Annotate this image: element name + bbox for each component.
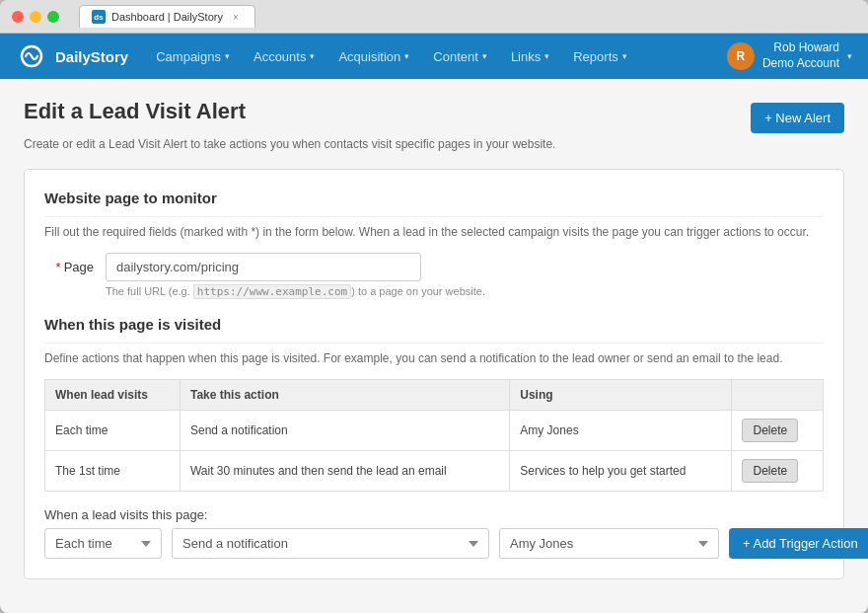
close-button[interactable] <box>12 11 24 23</box>
row1-when: Each time <box>45 411 181 451</box>
tab-bar: ds Dashboard | DailyStory × <box>79 5 255 28</box>
nav-items: Campaigns ▾ Accounts ▾ Acquisition ▾ Con… <box>144 34 727 79</box>
section-visited-desc: Define actions that happen when this pag… <box>44 351 824 365</box>
page-header: Edit a Lead Visit Alert + New Alert <box>24 99 844 133</box>
col-action: Take this action <box>180 380 509 411</box>
trigger-when-select[interactable]: Each time The 1st time Every 5 times <box>44 528 162 559</box>
section-monitor-title: Website page to monitor <box>44 190 824 217</box>
nav-label-acquisition: Acquisition <box>338 49 400 64</box>
nav-label-content: Content <box>433 49 478 64</box>
required-star: * <box>56 260 61 274</box>
row2-when: The 1st time <box>45 451 181 492</box>
page-url-input[interactable] <box>106 253 421 281</box>
row2-action: Wait 30 minutes and then send the lead a… <box>180 451 509 492</box>
nav-label-reports: Reports <box>573 49 618 64</box>
table-header-row: When lead visits Take this action Using <box>45 380 824 411</box>
traffic-lights <box>12 11 59 23</box>
chevron-down-icon: ▾ <box>310 51 315 61</box>
browser-tab[interactable]: ds Dashboard | DailyStory × <box>79 5 255 28</box>
nav-item-content[interactable]: Content ▾ <box>421 34 499 79</box>
row1-action: Send a notification <box>180 411 509 451</box>
row2-delete-button[interactable]: Delete <box>742 459 798 483</box>
row1-delete-button[interactable]: Delete <box>742 419 798 442</box>
tab-close-button[interactable]: × <box>229 10 243 24</box>
nav-logo[interactable]: DailyStory <box>16 40 128 72</box>
add-trigger-label: When a lead visits this page: <box>44 507 824 522</box>
page-subtitle: Create or edit a Lead Visit Alert to tak… <box>24 137 844 151</box>
logo-icon <box>16 40 47 72</box>
hint-code: https://www.example.com <box>193 284 351 299</box>
col-when: When lead visits <box>45 380 181 411</box>
nav-item-campaigns[interactable]: Campaigns ▾ <box>144 34 242 79</box>
section-monitor: Website page to monitor Fill out the req… <box>44 190 824 298</box>
chevron-down-icon: ▾ <box>404 51 409 61</box>
app-window: ds Dashboard | DailyStory × DailyStory C… <box>0 0 868 613</box>
titlebar: ds Dashboard | DailyStory × <box>0 0 868 34</box>
add-trigger-button[interactable]: + Add Trigger Action <box>729 528 868 559</box>
tab-title: Dashboard | DailyStory <box>111 11 223 23</box>
user-chevron-icon: ▾ <box>847 51 852 61</box>
page-url-hint: The full URL (e.g. https://www.example.c… <box>106 285 824 298</box>
new-alert-button[interactable]: + New Alert <box>751 103 844 133</box>
tab-favicon: ds <box>92 10 106 24</box>
table-row: The 1st time Wait 30 minutes and then se… <box>45 451 824 492</box>
nav-item-acquisition[interactable]: Acquisition ▾ <box>326 34 421 79</box>
section-visited: When this page is visited Define actions… <box>44 316 824 559</box>
col-using: Using <box>510 380 732 411</box>
row1-delete-cell: Delete <box>732 411 824 451</box>
row2-delete-cell: Delete <box>732 451 824 492</box>
nav-label-links: Links <box>511 49 541 64</box>
page-form-row: *Page <box>44 253 824 281</box>
chevron-down-icon: ▾ <box>482 51 487 61</box>
nav-logo-text: DailyStory <box>55 48 128 65</box>
section-monitor-desc: Fill out the required fields (marked wit… <box>44 225 824 239</box>
page-content: Edit a Lead Visit Alert + New Alert Crea… <box>0 79 868 603</box>
chevron-down-icon: ▾ <box>544 51 549 61</box>
row1-using: Amy Jones <box>510 411 732 451</box>
navbar: DailyStory Campaigns ▾ Accounts ▾ Acquis… <box>0 34 868 79</box>
nav-label-accounts: Accounts <box>253 49 306 64</box>
nav-label-campaigns: Campaigns <box>156 49 221 64</box>
maximize-button[interactable] <box>47 11 59 23</box>
nav-user[interactable]: R Rob Howard Demo Account ▾ <box>727 40 852 71</box>
chevron-down-icon: ▾ <box>622 51 627 61</box>
add-trigger-row: Each time The 1st time Every 5 times Sen… <box>44 528 824 559</box>
page-title: Edit a Lead Visit Alert <box>24 99 246 124</box>
trigger-table: When lead visits Take this action Using … <box>44 379 824 492</box>
nav-item-reports[interactable]: Reports ▾ <box>561 34 639 79</box>
main-card: Website page to monitor Fill out the req… <box>24 169 844 579</box>
table-row: Each time Send a notification Amy Jones … <box>45 411 824 451</box>
page-field-label: *Page <box>44 260 94 274</box>
trigger-action-select[interactable]: Send a notification Send an email Wait 3… <box>172 528 489 559</box>
nav-item-accounts[interactable]: Accounts ▾ <box>242 34 326 79</box>
chevron-down-icon: ▾ <box>225 51 230 61</box>
user-avatar: R <box>727 42 755 70</box>
row2-using: Services to help you get started <box>510 451 732 492</box>
minimize-button[interactable] <box>30 11 41 23</box>
nav-item-links[interactable]: Links ▾ <box>499 34 561 79</box>
trigger-using-select[interactable]: Amy Jones Services to help you get start… <box>499 528 719 559</box>
section-visited-title: When this page is visited <box>44 316 824 344</box>
col-delete <box>732 380 824 411</box>
user-name: Rob Howard Demo Account <box>762 40 839 71</box>
